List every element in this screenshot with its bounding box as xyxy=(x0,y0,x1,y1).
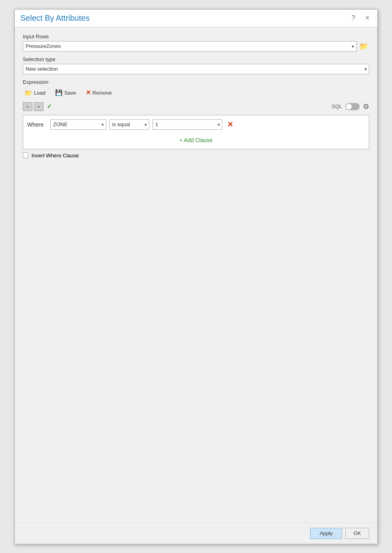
validate-check-icon: ✓ xyxy=(47,103,52,110)
load-button[interactable]: 📁 Load xyxy=(23,88,47,97)
add-group-button[interactable]: + xyxy=(34,102,44,111)
help-button[interactable]: ? xyxy=(349,14,358,22)
plus-icon: + xyxy=(26,104,29,109)
operator-select-wrapper: is equal is not equal is greater than is… xyxy=(109,119,149,130)
where-label: Where xyxy=(27,121,47,128)
sql-toggle[interactable] xyxy=(345,103,360,110)
remove-button[interactable]: ✕ Remove xyxy=(84,88,113,97)
save-label: Save xyxy=(64,90,76,96)
expression-group: Expression 📁 Load 💾 Save ✕ Remove xyxy=(23,79,369,159)
input-rows-row: PressureZones ▼ 📁 xyxy=(23,41,369,52)
apply-button[interactable]: Apply xyxy=(310,528,342,539)
settings-gear-icon[interactable]: ⚙ xyxy=(363,102,369,111)
invert-checkbox[interactable] xyxy=(23,153,28,158)
sql-label: SQL xyxy=(332,103,342,109)
selection-type-label: Selection type xyxy=(23,56,369,62)
add-clause-label: + Add Clause xyxy=(179,137,213,143)
selection-type-group: Selection type New selection Add to curr… xyxy=(23,56,369,74)
query-toolbar-left: + + ✓ xyxy=(23,102,52,111)
value-select-wrapper: 1 2 3 4 ▼ xyxy=(152,119,222,130)
where-row: Where ZONE OBJECTID NAME DESCRIPTION ▼ i… xyxy=(27,119,365,130)
ok-button[interactable]: OK xyxy=(345,528,369,539)
input-rows-folder-button[interactable]: 📁 xyxy=(358,41,369,52)
load-folder-icon: 📁 xyxy=(24,89,32,97)
field-select-wrapper: ZONE OBJECTID NAME DESCRIPTION ▼ xyxy=(50,119,106,130)
add-clause-row: + Add Clause xyxy=(27,134,365,145)
input-rows-wrapper: PressureZones ▼ xyxy=(23,41,356,52)
remove-x-icon: ✕ xyxy=(86,89,91,96)
expression-toolbar: 📁 Load 💾 Save ✕ Remove xyxy=(23,88,369,97)
selection-type-select[interactable]: New selection Add to current selection R… xyxy=(23,64,369,74)
add-clause-button[interactable]: + Add Clause xyxy=(179,137,213,143)
save-button[interactable]: 💾 Save xyxy=(53,88,78,97)
input-rows-label: Input Rows xyxy=(23,34,369,40)
input-rows-group: Input Rows PressureZones ▼ 📁 xyxy=(23,34,369,52)
invert-row: Invert Where Clause xyxy=(23,153,369,159)
remove-clause-icon: ✕ xyxy=(227,121,233,129)
title-bar-left: Select By Attributes xyxy=(20,14,89,23)
plus-group-icon: + xyxy=(38,104,40,109)
remove-clause-button[interactable]: ✕ xyxy=(226,121,235,128)
dialog-title: Select By Attributes xyxy=(20,14,89,23)
title-bar-right: ? × xyxy=(349,14,372,22)
folder-icon: 📁 xyxy=(359,42,368,51)
expression-label: Expression xyxy=(23,79,369,85)
select-by-attributes-dialog: Select By Attributes ? × Input Rows Pres… xyxy=(14,9,378,544)
input-rows-select[interactable]: PressureZones xyxy=(23,41,356,52)
query-toolbar: + + ✓ SQL ⚙ xyxy=(23,102,369,111)
selection-type-wrapper: New selection Add to current selection R… xyxy=(23,64,369,74)
close-button[interactable]: × xyxy=(363,14,372,22)
bottom-bar: Apply OK xyxy=(15,523,377,544)
query-toolbar-right: SQL ⚙ xyxy=(332,102,369,111)
load-label: Load xyxy=(34,90,46,96)
add-row-button[interactable]: + xyxy=(23,102,32,111)
save-disk-icon: 💾 xyxy=(55,89,63,96)
value-select[interactable]: 1 2 3 4 xyxy=(152,119,222,130)
remove-label: Remove xyxy=(93,90,112,96)
field-select[interactable]: ZONE OBJECTID NAME DESCRIPTION xyxy=(50,119,106,130)
operator-select[interactable]: is equal is not equal is greater than is… xyxy=(109,119,149,130)
toggle-knob xyxy=(346,104,352,109)
clause-box: Where ZONE OBJECTID NAME DESCRIPTION ▼ i… xyxy=(23,115,369,149)
dialog-content: Input Rows PressureZones ▼ 📁 Selection t… xyxy=(15,27,377,523)
invert-label: Invert Where Clause xyxy=(32,153,79,159)
title-bar: Select By Attributes ? × xyxy=(15,10,377,27)
